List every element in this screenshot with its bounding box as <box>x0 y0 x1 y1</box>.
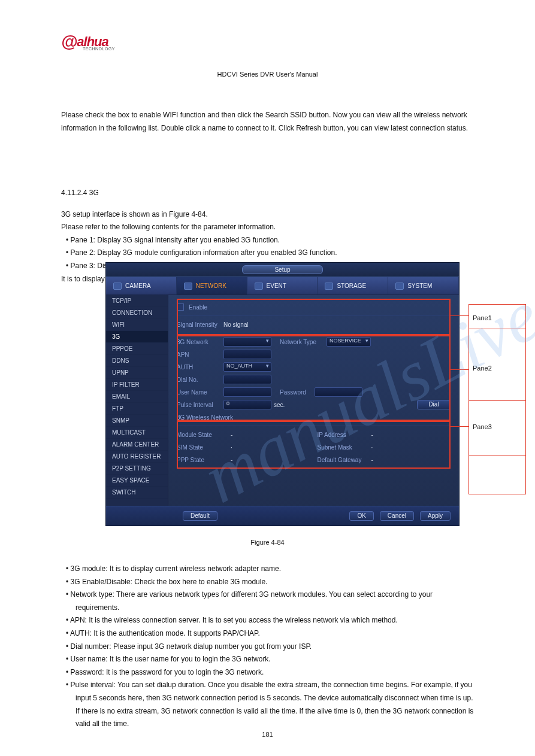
sidebar-item-ddns[interactable]: DDNS <box>106 355 168 367</box>
password-label: Password <box>280 389 315 396</box>
connector-3 <box>451 426 468 427</box>
main-tabs: CAMERA NETWORK EVENT STORAGE SYSTEM <box>106 277 459 295</box>
pane3-label: Pane3 <box>473 423 492 430</box>
figure-caption: Figure 4-84 <box>61 539 474 546</box>
networktype-select[interactable]: NOSERVICE <box>327 337 371 347</box>
sidebar-item-alarmcenter[interactable]: ALARM CENTER <box>106 439 168 451</box>
pulse-input[interactable]: 0 <box>223 400 271 409</box>
storage-icon <box>325 283 333 290</box>
content-pane: Enable Signal Intensity No signal 3G Net… <box>168 295 459 506</box>
ppp-state-label: PPP State <box>177 457 231 463</box>
sidebar-item-multicast[interactable]: MULTICAST <box>106 427 168 439</box>
sidebar-item-wifi[interactable]: WIFI <box>106 319 168 331</box>
enable-row: Enable <box>177 301 451 313</box>
doc-title: HDCVI Series DVR User's Manual <box>61 71 474 78</box>
tab-storage[interactable]: STORAGE <box>318 277 388 294</box>
username-label: User Name <box>177 389 223 396</box>
dialno-row: Dial No. <box>177 374 451 385</box>
auth-label: AUTH <box>177 364 223 371</box>
sidebar-item-easyspace[interactable]: EASY SPACE <box>106 475 168 487</box>
username-row: User Name Password <box>177 386 451 398</box>
password-input[interactable] <box>315 387 362 397</box>
camera-icon <box>113 283 122 290</box>
titlebar: Setup <box>106 263 459 277</box>
tab-system[interactable]: SYSTEM <box>388 277 459 294</box>
pulse-row: Pulse Interval 0 sec. Dial <box>177 399 451 411</box>
sidebar-item-ftp[interactable]: FTP <box>106 403 168 415</box>
module-state-label: Module State <box>177 432 231 438</box>
setup-window: Setup CAMERA NETWORK EVENT STORAGE SYSTE… <box>105 262 460 526</box>
apply-button[interactable]: Apply <box>420 511 451 521</box>
divider <box>177 315 451 316</box>
divider <box>177 426 451 426</box>
default-button[interactable]: Default <box>183 511 217 521</box>
bullet-pane2: Pane 2: Display 3G module configuration … <box>75 247 475 260</box>
auth-select[interactable]: NO_AUTH <box>223 362 271 372</box>
connector-2 <box>451 369 468 370</box>
status-grid: Module State- IP Address- SIM State· Sub… <box>177 429 451 466</box>
pane-labels-box: Pane1 Pane2 Pane3 <box>468 304 526 494</box>
enable-checkbox[interactable] <box>177 303 184 311</box>
tab-network[interactable]: NETWORK <box>177 277 247 294</box>
para-sub: Please refer to the following contents f… <box>61 221 475 234</box>
system-icon <box>395 283 404 290</box>
auth-row: AUTH NO_AUTH <box>177 361 451 373</box>
para-intro: 3G setup interface is shown as in Figure… <box>61 208 475 221</box>
dialno-label: Dial No. <box>177 377 223 383</box>
tab-camera[interactable]: CAMERA <box>106 277 177 294</box>
sec-label: sec. <box>274 402 285 408</box>
cancel-button[interactable]: Cancel <box>380 511 414 521</box>
signal-value: No signal <box>223 321 249 328</box>
sidebar-item-ipfilter[interactable]: IP FILTER <box>106 379 168 391</box>
g3wireless-row: 3G Wireless Network <box>177 411 451 423</box>
gateway-label: Default Gateway <box>318 457 371 463</box>
g3network-select[interactable] <box>223 337 271 347</box>
g3network-label: 3G Network <box>177 339 223 345</box>
page-number: 181 <box>0 731 535 738</box>
gateway-value: - <box>371 457 373 463</box>
paragraph-wifi-desc: Please check the box to enable WIFI func… <box>61 109 475 135</box>
signal-label: Signal Intensity <box>177 321 223 328</box>
pane2-label: Pane2 <box>473 365 492 372</box>
sidebar-item-3g[interactable]: 3G <box>106 331 168 343</box>
subnetmask-value: · <box>371 444 373 451</box>
sidebar-item-pppoe[interactable]: PPPOE <box>106 343 168 355</box>
params-list: 3G module: It is to display current wire… <box>61 563 475 731</box>
dialno-input[interactable] <box>223 375 271 384</box>
enable-label: Enable <box>189 304 207 311</box>
connector-1 <box>451 315 468 316</box>
dial-button[interactable]: Dial <box>417 400 451 409</box>
sidebar-item-p2p[interactable]: P2P SETTING <box>106 463 168 475</box>
g3wireless-label: 3G Wireless Network <box>177 414 233 421</box>
footer-bar: Default OK Cancel Apply <box>106 506 459 526</box>
sim-state-label: SIM State <box>177 444 231 451</box>
subnetmask-label: Subnet Mask <box>318 444 371 451</box>
network-icon <box>184 283 192 290</box>
tab-event[interactable]: EVENT <box>247 277 318 294</box>
sidebar-item-connection[interactable]: CONNECTION <box>106 307 168 319</box>
sidebar-item-email[interactable]: EMAIL <box>106 391 168 403</box>
event-icon <box>255 283 263 290</box>
signal-row: Signal Intensity No signal <box>177 318 451 330</box>
section-heading: 4.11.2.4 3G <box>61 187 475 200</box>
sidebar-item-tcpip[interactable]: TCP/IP <box>106 295 168 307</box>
sidebar-item-snmp[interactable]: SNMP <box>106 415 168 427</box>
ok-button[interactable]: OK <box>349 511 373 521</box>
apn-row: APN <box>177 348 451 360</box>
ipaddress-label: IP Address <box>318 432 371 438</box>
bullet-pane1: Pane 1: Display 3G signal intensity afte… <box>75 234 475 247</box>
divider <box>177 333 451 333</box>
sim-state-value: · <box>231 444 232 451</box>
window-title: Setup <box>242 265 323 274</box>
module-state-value: - <box>231 432 232 438</box>
sidebar-item-upnp[interactable]: UPNP <box>106 367 168 379</box>
g3network-row: 3G Network Network Type NOSERVICE <box>177 336 451 348</box>
username-input[interactable] <box>223 387 271 397</box>
sidebar-item-autoregister[interactable]: AUTO REGISTER <box>106 451 168 463</box>
pane1-label: Pane1 <box>473 314 492 321</box>
pulse-label: Pulse Interval <box>177 402 223 408</box>
apn-label: APN <box>177 351 223 358</box>
sidebar-item-switch[interactable]: SWITCH <box>106 487 168 499</box>
sidebar: TCP/IP CONNECTION WIFI 3G PPPOE DDNS UPN… <box>106 295 168 506</box>
apn-input[interactable] <box>223 350 271 359</box>
